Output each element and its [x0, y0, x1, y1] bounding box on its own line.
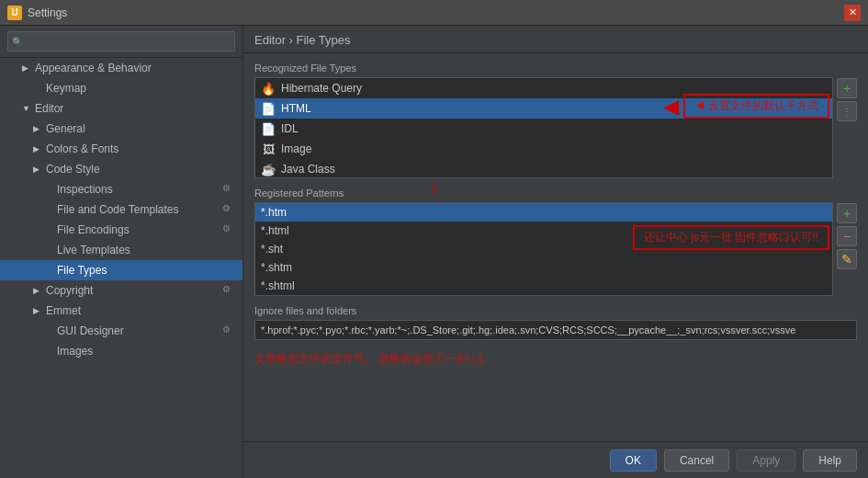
search-wrap — [7, 31, 235, 51]
pattern-sht[interactable]: *.sht — [255, 240, 832, 258]
sidebar-item-label: Emmet — [46, 304, 235, 317]
sidebar-item-label: General — [46, 122, 235, 135]
sidebar-item-keymap[interactable]: Keymap — [0, 78, 242, 98]
pattern-label: *.htm — [261, 206, 287, 219]
search-input[interactable] — [7, 31, 235, 51]
ignore-input[interactable] — [254, 320, 857, 340]
cancel-button[interactable]: Cancel — [664, 450, 729, 472]
breadcrumb: Editor › File Types — [243, 26, 868, 53]
settings-badge-icon: ⚙ — [222, 183, 235, 196]
app-icon: U — [7, 6, 22, 20]
sidebar-item-editor[interactable]: ▼ Editor — [0, 98, 242, 119]
file-type-image[interactable]: 🖼 Image — [255, 139, 832, 159]
sidebar-item-label: File Types — [57, 264, 235, 277]
sidebar-item-label: GUI Designer — [57, 324, 219, 337]
chevron-right-icon: ▶ — [33, 286, 42, 295]
pattern-htm[interactable]: *.htm — [255, 203, 832, 222]
content-area: Editor › File Types Recognized File Type… — [243, 26, 868, 478]
settings-badge-icon: ⚙ — [222, 324, 235, 337]
sidebar-item-label: Inspections — [57, 183, 219, 196]
title-bar-left: U Settings — [7, 6, 67, 20]
recognized-file-types-area: 🔥 Hibernate Query 📄 HTML 📄 — [254, 77, 857, 178]
registered-patterns-section: Registered Patterns *.htm *.html *.sht — [254, 188, 857, 296]
sidebar: ▶ Appearance & Behavior Keymap ▼ Editor … — [0, 26, 243, 478]
bottom-annotation-text: 文章略忽文件的文件气。 忽略的会指工一步i i上 — [254, 352, 486, 365]
file-types-side-buttons: + ⋮ — [837, 77, 857, 178]
sidebar-item-label: Copyright — [46, 284, 219, 297]
pattern-label: *.shtm — [261, 261, 292, 274]
idl-icon: 📄 — [261, 121, 276, 136]
pattern-shtml[interactable]: *.shtml — [255, 277, 832, 295]
breadcrumb-text: Editor › File Types — [254, 33, 351, 47]
chevron-right-icon: ▶ — [33, 306, 42, 315]
recognized-file-types-list-wrap: 🔥 Hibernate Query 📄 HTML 📄 — [254, 77, 833, 178]
close-button[interactable]: ✕ — [844, 5, 861, 21]
ok-button[interactable]: OK — [610, 450, 657, 472]
add-file-type-button[interactable]: + — [837, 78, 857, 98]
pattern-label: *.shtml — [261, 279, 295, 292]
chevron-right-icon: ▶ — [33, 144, 42, 154]
pattern-label: *.html — [261, 224, 289, 237]
window-title: Settings — [28, 6, 67, 19]
sidebar-item-inspections[interactable]: Inspections ⚙ — [0, 179, 242, 199]
chevron-right-icon: ▶ — [33, 124, 42, 133]
file-type-html[interactable]: 📄 HTML — [255, 98, 832, 119]
sidebar-item-label: Live Templates — [57, 244, 235, 256]
file-type-idl[interactable]: 📄 IDL — [255, 119, 832, 139]
sidebar-item-file-types[interactable]: File Types — [0, 260, 242, 280]
sidebar-item-general[interactable]: ▶ General — [0, 119, 242, 139]
sidebar-item-live-templates[interactable]: Live Templates — [0, 240, 242, 260]
remove-pattern-button[interactable]: − — [837, 226, 857, 246]
scroll-up-button[interactable]: ⋮ — [837, 101, 857, 121]
recognized-section-label: Recognized File Types — [254, 63, 857, 74]
registered-patterns-area: *.htm *.html *.sht *.shtm — [254, 202, 857, 296]
settings-badge-icon: ⚙ — [222, 284, 235, 297]
search-box — [0, 26, 242, 58]
main-container: ▶ Appearance & Behavior Keymap ▼ Editor … — [0, 26, 868, 478]
sidebar-item-gui-designer[interactable]: GUI Designer ⚙ — [0, 321, 242, 341]
sidebar-item-label: Editor — [35, 102, 235, 115]
ignore-section-label: Ignore files and folders — [254, 305, 857, 316]
edit-pattern-button[interactable]: ✎ — [837, 249, 857, 269]
sidebar-item-label: File and Code Templates — [57, 203, 219, 216]
sidebar-item-appearance[interactable]: ▶ Appearance & Behavior — [0, 58, 242, 78]
sidebar-item-code-style[interactable]: ▶ Code Style — [0, 159, 242, 179]
sidebar-item-label: Code Style — [46, 163, 235, 176]
help-button[interactable]: Help — [803, 450, 857, 472]
bottom-annotation: 文章略忽文件的文件气。 忽略的会指工一步i i上 — [254, 349, 857, 369]
file-type-label: HTML — [281, 102, 311, 115]
apply-button[interactable]: Apply — [737, 450, 795, 472]
chevron-down-icon: ▼ — [22, 104, 31, 113]
title-bar: U Settings ✕ — [0, 0, 868, 26]
pattern-label: *.sht — [261, 243, 283, 256]
html-icon: 📄 — [261, 101, 276, 116]
file-type-label: Java Class — [281, 163, 335, 176]
chevron-right-icon: ▶ — [22, 63, 31, 73]
registered-section-label: Registered Patterns — [254, 188, 857, 199]
settings-badge-icon: ⚙ — [222, 203, 235, 216]
file-type-hibernate[interactable]: 🔥 Hibernate Query — [255, 78, 832, 98]
java-icon: ☕ — [261, 162, 276, 176]
sidebar-item-colors-fonts[interactable]: ▶ Colors & Fonts — [0, 139, 242, 159]
hibernate-icon: 🔥 — [261, 81, 276, 96]
sidebar-item-file-encodings[interactable]: File Encodings ⚙ — [0, 220, 242, 240]
sidebar-item-images[interactable]: Images — [0, 341, 242, 361]
chevron-right-icon: ▶ — [33, 165, 42, 174]
patterns-side-buttons: + − ✎ — [837, 202, 857, 296]
sidebar-item-emmet[interactable]: ▶ Emmet — [0, 301, 242, 321]
sidebar-item-file-code-templates[interactable]: File and Code Templates ⚙ — [0, 199, 242, 220]
ignore-field-wrap — [254, 320, 857, 340]
add-pattern-button[interactable]: + — [837, 203, 857, 223]
sidebar-item-copyright[interactable]: ▶ Copyright ⚙ — [0, 280, 242, 301]
pattern-html[interactable]: *.html — [255, 222, 832, 240]
pattern-shtm[interactable]: *.shtm — [255, 258, 832, 277]
sidebar-item-label: File Encodings — [57, 223, 219, 236]
file-type-java[interactable]: ☕ Java Class — [255, 159, 832, 178]
sidebar-item-label: Appearance & Behavior — [35, 62, 235, 74]
file-type-label: IDL — [281, 122, 299, 135]
sidebar-item-label: Keymap — [46, 82, 235, 95]
recognized-file-types-list: 🔥 Hibernate Query 📄 HTML 📄 — [254, 77, 833, 178]
patterns-list: *.htm *.html *.sht *.shtm — [254, 202, 833, 296]
file-type-label: Image — [281, 142, 311, 155]
ignore-section: Ignore files and folders — [254, 305, 857, 340]
